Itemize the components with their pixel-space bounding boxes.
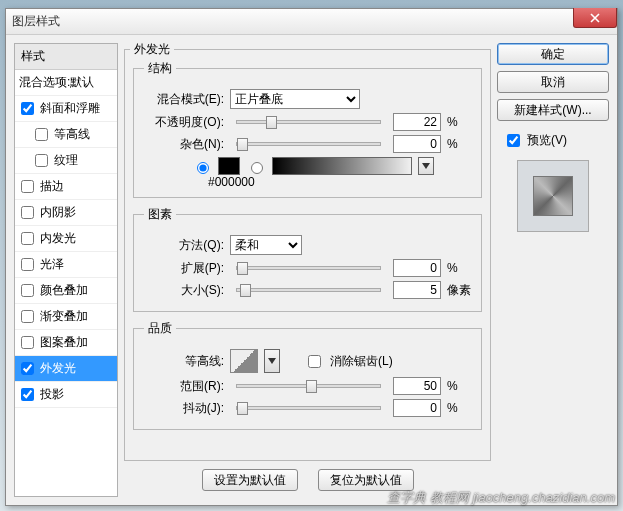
color-gradient-radio[interactable] <box>251 162 263 174</box>
reset-default-button[interactable]: 复位为默认值 <box>318 469 414 491</box>
structure-group: 结构 混合模式(E): 正片叠底 不透明度(O): % 杂色( <box>133 60 482 198</box>
effect-heading: 外发光 <box>130 41 174 58</box>
style-item-9[interactable]: 图案叠加 <box>15 330 117 356</box>
color-hex-label: #000000 <box>208 175 471 189</box>
style-item-checkbox[interactable] <box>21 232 34 245</box>
make-default-button[interactable]: 设置为默认值 <box>202 469 298 491</box>
style-list-panel: 样式 混合选项:默认 斜面和浮雕等高线纹理描边内阴影内发光光泽颜色叠加渐变叠加图… <box>14 43 118 497</box>
style-item-label: 光泽 <box>40 256 64 273</box>
gradient-picker[interactable] <box>272 157 412 175</box>
gradient-dropdown-button[interactable] <box>418 157 434 175</box>
style-item-7[interactable]: 颜色叠加 <box>15 278 117 304</box>
spread-label: 扩展(P): <box>144 260 224 277</box>
blendmode-label: 混合模式(E): <box>144 91 224 108</box>
elements-legend: 图素 <box>144 206 176 223</box>
chevron-down-icon <box>268 358 276 364</box>
new-style-label: 新建样式(W)... <box>514 102 591 119</box>
technique-select[interactable]: 柔和 <box>230 235 302 255</box>
titlebar: 图层样式 <box>6 9 617 35</box>
style-item-checkbox[interactable] <box>21 180 34 193</box>
range-input[interactable] <box>393 377 441 395</box>
spread-slider[interactable] <box>236 266 381 270</box>
style-item-6[interactable]: 光泽 <box>15 252 117 278</box>
reset-default-label: 复位为默认值 <box>330 472 402 489</box>
style-item-1[interactable]: 等高线 <box>15 122 117 148</box>
style-item-5[interactable]: 内发光 <box>15 226 117 252</box>
antialias-label: 消除锯齿(L) <box>330 353 393 370</box>
style-item-label: 外发光 <box>40 360 76 377</box>
jitter-slider[interactable] <box>236 406 381 410</box>
quality-group: 品质 等高线: 消除锯齿(L) 范围(R): <box>133 320 482 430</box>
jitter-input[interactable] <box>393 399 441 417</box>
ok-label: 确定 <box>541 46 565 63</box>
blendmode-select[interactable]: 正片叠底 <box>230 89 360 109</box>
technique-label: 方法(Q): <box>144 237 224 254</box>
elements-group: 图素 方法(Q): 柔和 扩展(P): % 大小(S): <box>133 206 482 312</box>
range-label: 范围(R): <box>144 378 224 395</box>
style-item-checkbox[interactable] <box>21 336 34 349</box>
style-list-header: 样式 <box>15 44 117 70</box>
noise-slider[interactable] <box>236 142 381 146</box>
cancel-label: 取消 <box>541 74 565 91</box>
style-item-label: 内发光 <box>40 230 76 247</box>
opacity-slider[interactable] <box>236 120 381 124</box>
style-item-11[interactable]: 投影 <box>15 382 117 408</box>
opacity-input[interactable] <box>393 113 441 131</box>
preview-checkbox[interactable] <box>507 134 520 147</box>
range-unit: % <box>447 379 471 393</box>
close-button[interactable] <box>573 8 617 28</box>
size-input[interactable] <box>393 281 441 299</box>
color-solid-radio[interactable] <box>197 162 209 174</box>
style-item-8[interactable]: 渐变叠加 <box>15 304 117 330</box>
spread-unit: % <box>447 261 471 275</box>
opacity-label: 不透明度(O): <box>144 114 224 131</box>
blending-options-label: 混合选项:默认 <box>19 74 94 91</box>
size-unit: 像素 <box>447 282 471 299</box>
style-item-label: 描边 <box>40 178 64 195</box>
contour-label: 等高线: <box>144 353 224 370</box>
style-item-checkbox[interactable] <box>21 102 34 115</box>
style-item-10[interactable]: 外发光 <box>15 356 117 382</box>
noise-label: 杂色(N): <box>144 136 224 153</box>
quality-legend: 品质 <box>144 320 176 337</box>
style-item-label: 颜色叠加 <box>40 282 88 299</box>
spread-input[interactable] <box>393 259 441 277</box>
style-item-checkbox[interactable] <box>21 388 34 401</box>
preview-thumbnail <box>517 160 589 232</box>
style-item-label: 投影 <box>40 386 64 403</box>
size-slider[interactable] <box>236 288 381 292</box>
close-icon <box>590 13 600 23</box>
style-item-checkbox[interactable] <box>35 154 48 167</box>
new-style-button[interactable]: 新建样式(W)... <box>497 99 609 121</box>
style-item-4[interactable]: 内阴影 <box>15 200 117 226</box>
style-item-label: 内阴影 <box>40 204 76 221</box>
color-swatch[interactable] <box>218 157 240 175</box>
style-item-checkbox[interactable] <box>21 310 34 323</box>
style-item-0[interactable]: 斜面和浮雕 <box>15 96 117 122</box>
style-item-checkbox[interactable] <box>21 284 34 297</box>
watermark-text: 查字典 教程网 jiaocheng.chazidian.com <box>387 489 615 507</box>
contour-picker[interactable] <box>230 349 258 373</box>
style-item-label: 图案叠加 <box>40 334 88 351</box>
style-item-2[interactable]: 纹理 <box>15 148 117 174</box>
noise-input[interactable] <box>393 135 441 153</box>
style-item-checkbox[interactable] <box>21 362 34 375</box>
right-panel: 确定 取消 新建样式(W)... 预览(V) <box>497 43 609 497</box>
style-item-3[interactable]: 描边 <box>15 174 117 200</box>
jitter-unit: % <box>447 401 471 415</box>
contour-dropdown-button[interactable] <box>264 349 280 373</box>
cancel-button[interactable]: 取消 <box>497 71 609 93</box>
style-item-checkbox[interactable] <box>21 206 34 219</box>
preview-label: 预览(V) <box>527 132 567 149</box>
style-item-label: 斜面和浮雕 <box>40 100 100 117</box>
style-item-checkbox[interactable] <box>21 258 34 271</box>
blending-options-item[interactable]: 混合选项:默认 <box>15 70 117 96</box>
ok-button[interactable]: 确定 <box>497 43 609 65</box>
style-item-label: 纹理 <box>54 152 78 169</box>
style-item-checkbox[interactable] <box>35 128 48 141</box>
range-slider[interactable] <box>236 384 381 388</box>
preview-image <box>533 176 573 216</box>
style-item-label: 渐变叠加 <box>40 308 88 325</box>
antialias-checkbox[interactable] <box>308 355 321 368</box>
style-item-label: 等高线 <box>54 126 90 143</box>
